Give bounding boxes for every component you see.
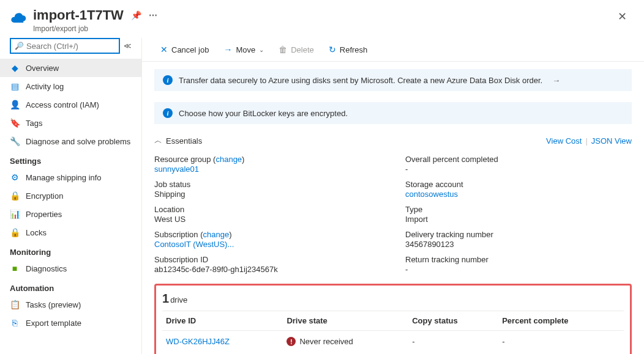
sidebar-item-tasks[interactable]: 📋 Tasks (preview) <box>0 295 141 314</box>
sidebar: 🔍 ≪ ◆ Overview ▤ Activity log 👤 Access c… <box>0 38 142 354</box>
storage-account-link[interactable]: contosowestus <box>405 190 458 199</box>
blade-header: import-1T7TW 📌 ⋯ Import/export job ✕ <box>0 0 644 38</box>
ess-resource-group: Resource group (change) sunnyvale01 <box>154 155 381 174</box>
pin-icon[interactable]: 📌 <box>131 10 141 20</box>
json-view-link[interactable]: JSON View <box>591 136 632 146</box>
info-banner-bitlocker[interactable]: i Choose how your BitLocker keys are enc… <box>154 102 632 124</box>
sidebar-item-label: Access control (IAM) <box>26 100 99 109</box>
drives-table: Drive ID Drive state Copy status Percent… <box>162 311 624 348</box>
sidebar-item-label: Tasks (preview) <box>26 300 81 309</box>
chevron-down-icon: ⌄ <box>259 46 264 53</box>
collapse-sidebar-icon[interactable]: ≪ <box>124 42 132 50</box>
info-banner-databox[interactable]: i Transfer data securely to Azure using … <box>154 69 632 91</box>
sidebar-item-shipping-info[interactable]: ⚙ Manage shipping info <box>0 168 141 186</box>
x-icon: ✕ <box>160 45 168 54</box>
sidebar-nav: ◆ Overview ▤ Activity log 👤 Access contr… <box>0 59 141 354</box>
locks-icon: 🔒 <box>10 227 20 237</box>
sidebar-item-label: Manage shipping info <box>26 173 102 182</box>
sidebar-item-label: Export template <box>26 319 81 328</box>
copy-status-value: - <box>408 331 498 349</box>
subscription-link[interactable]: ContosoIT (WestUS)... <box>154 240 234 249</box>
diagnose-icon: 🔧 <box>10 136 20 146</box>
arrow-right-icon: → <box>552 76 560 85</box>
sidebar-item-label: Locks <box>26 228 47 237</box>
col-drive-id: Drive ID <box>162 311 283 331</box>
trash-icon: 🗑 <box>279 45 287 54</box>
ess-subscription-id: Subscription ID ab12345c-6de7-89f0-gh1ij… <box>154 255 381 274</box>
percent-complete-value: - <box>498 331 624 349</box>
sidebar-section-settings: Settings <box>0 150 141 168</box>
error-icon: ! <box>286 337 296 346</box>
export-icon: ⎘ <box>10 318 20 328</box>
iam-icon: 👤 <box>10 100 20 109</box>
tasks-icon: 📋 <box>10 300 20 309</box>
sidebar-section-monitoring: Monitoring <box>0 242 141 259</box>
close-icon[interactable]: ✕ <box>613 7 632 26</box>
change-rg-link[interactable]: change <box>215 155 242 164</box>
banner-text: Transfer data securely to Azure using di… <box>179 76 542 85</box>
activity-log-icon: ▤ <box>10 81 20 91</box>
essentials-grid: Resource group (change) sunnyvale01 Over… <box>154 150 632 284</box>
ess-job-status: Job status Shipping <box>154 180 381 199</box>
drives-title: 1drive <box>162 289 624 311</box>
ess-storage-account: Storage account contosowestus <box>405 180 632 199</box>
cloud-upload-icon <box>10 10 27 27</box>
delete-button: 🗑 Delete <box>272 42 320 57</box>
sidebar-item-properties[interactable]: 📊 Properties <box>0 205 141 223</box>
sidebar-item-export-template[interactable]: ⎘ Export template <box>0 314 141 332</box>
col-drive-state: Drive state <box>283 311 408 331</box>
lock-icon: 🔒 <box>10 191 20 201</box>
properties-icon: 📊 <box>10 209 20 219</box>
sidebar-item-label: Diagnostics <box>26 264 67 273</box>
drives-section: 1drive Drive ID Drive state Copy status … <box>154 284 632 354</box>
ess-location: Location West US <box>154 205 381 224</box>
info-icon: i <box>163 75 173 85</box>
drive-state-value: Never received <box>299 337 353 346</box>
info-icon: i <box>163 108 173 118</box>
gear-icon: ⚙ <box>10 172 20 182</box>
toolbar: ✕ Cancel job → Move ⌄ 🗑 Delete ↻ Refresh <box>142 38 644 62</box>
sidebar-item-access-control[interactable]: 👤 Access control (IAM) <box>0 95 141 114</box>
more-icon[interactable]: ⋯ <box>149 10 157 20</box>
sidebar-item-tags[interactable]: 🔖 Tags <box>0 114 141 132</box>
main-content: ✕ Cancel job → Move ⌄ 🗑 Delete ↻ Refresh… <box>142 38 644 354</box>
move-button[interactable]: → Move ⌄ <box>217 42 270 57</box>
ess-subscription: Subscription (change) ContosoIT (WestUS)… <box>154 230 381 249</box>
drive-id-link[interactable]: WD-GK26HJJ46Z <box>166 337 230 346</box>
sidebar-item-diagnostics[interactable]: ■ Diagnostics <box>0 259 141 278</box>
sidebar-section-automation: Automation <box>0 278 141 295</box>
sidebar-item-label: Activity log <box>26 82 64 91</box>
page-subtitle: Import/export job <box>33 24 613 33</box>
sidebar-item-encryption[interactable]: 🔒 Encryption <box>0 186 141 205</box>
refresh-icon: ↻ <box>329 45 336 54</box>
sidebar-item-label: Overview <box>26 64 59 73</box>
overview-icon: ◆ <box>10 63 20 73</box>
change-sub-link[interactable]: change <box>203 230 230 239</box>
table-row: WD-GK26HJJ46Z ! Never received - - <box>162 331 624 349</box>
ess-type: Type Import <box>405 205 632 224</box>
search-icon: 🔍 <box>15 42 24 50</box>
resource-group-link[interactable]: sunnyvale01 <box>154 164 199 174</box>
chevron-up-icon: ︿ <box>154 135 162 146</box>
arrow-right-icon: → <box>223 45 232 54</box>
tags-icon: 🔖 <box>10 118 20 128</box>
cancel-job-button[interactable]: ✕ Cancel job <box>154 42 215 57</box>
sidebar-item-label: Tags <box>26 119 42 128</box>
refresh-button[interactable]: ↻ Refresh <box>323 42 374 57</box>
diagnostics-icon: ■ <box>10 264 20 273</box>
ess-return-tracking: Return tracking number - <box>405 255 632 274</box>
sidebar-item-label: Diagnose and solve problems <box>26 137 130 146</box>
sidebar-item-overview[interactable]: ◆ Overview <box>0 59 141 77</box>
col-copy-status: Copy status <box>408 311 498 331</box>
page-title: import-1T7TW <box>33 7 124 23</box>
sidebar-item-label: Encryption <box>26 191 63 201</box>
sidebar-item-diagnose[interactable]: 🔧 Diagnose and solve problems <box>0 132 141 150</box>
sidebar-item-label: Properties <box>26 210 62 219</box>
sidebar-item-locks[interactable]: 🔒 Locks <box>0 223 141 242</box>
col-percent-complete: Percent complete <box>498 311 624 331</box>
search-input[interactable] <box>26 42 115 51</box>
sidebar-item-activity-log[interactable]: ▤ Activity log <box>0 77 141 95</box>
essentials-toggle[interactable]: ︿ Essentials <box>154 135 202 146</box>
search-input-wrapper[interactable]: 🔍 <box>10 38 120 54</box>
view-cost-link[interactable]: View Cost <box>546 136 582 146</box>
